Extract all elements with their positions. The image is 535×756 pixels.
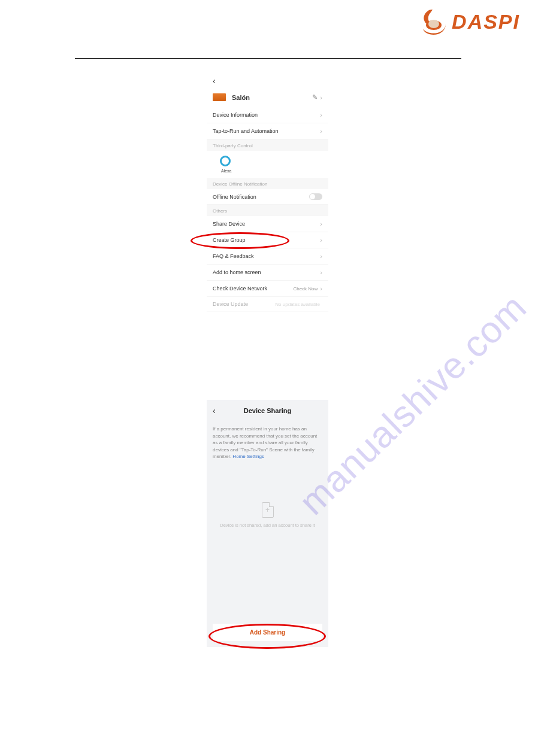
brand-logo: DASPI [418,7,520,36]
chevron-right-icon: › [320,94,322,101]
alexa-icon [220,156,231,166]
label-share-device: Share Device [213,221,320,227]
label-device-update: Device Update [213,301,275,307]
chevron-right-icon: › [320,269,322,276]
label-check-network: Check Device Network [213,286,293,292]
label-create-group: Create Group [213,237,320,243]
label-device-information: Device Information [213,112,320,118]
chevron-right-icon: › [320,253,322,260]
chevron-right-icon: › [320,127,322,135]
no-updates-hint: No updates available [275,302,320,307]
sharing-note-text: If a permanent resident in your home has… [213,426,317,459]
others-header: Others [207,205,328,216]
brand-name: DASPI [452,10,520,34]
row-check-network[interactable]: Check Device Network Check Now › [207,281,328,297]
device-sharing-title: Device Sharing [244,407,291,414]
chevron-right-icon: › [320,220,322,227]
empty-state-text: Device is not shared, add an account to … [207,523,328,528]
svg-point-1 [428,20,439,28]
third-party-control-header: Third-party Control [207,139,328,151]
sharing-topbar: ‹ Device Sharing [207,400,328,421]
check-now-hint: Check Now [293,286,318,292]
header-divider [75,58,461,59]
row-device-update[interactable]: Device Update No updates available [207,297,328,312]
chevron-right-icon: › [320,236,322,244]
topbar: ‹ [207,72,328,90]
chevron-right-icon: › [320,285,322,292]
back-arrow-icon[interactable]: ‹ [213,406,216,415]
row-add-home[interactable]: Add to home screen › [207,265,328,281]
device-thumbnail-icon [213,93,226,101]
offline-notification-toggle[interactable] [309,193,322,200]
row-offline-notification: Offline Notification [207,189,328,205]
label-tap-automation: Tap-to-Run and Automation [213,128,320,134]
label-add-home: Add to home screen [213,269,320,275]
row-share-device[interactable]: Share Device › [207,216,328,232]
settings-screenshot: ‹ Salón ✎ › Device Information › Tap-to-… [207,72,328,314]
label-faq-feedback: FAQ & Feedback [213,253,320,259]
back-arrow-icon[interactable]: ‹ [213,76,216,86]
device-sharing-screenshot: ‹ Device Sharing If a permanent resident… [207,400,328,647]
edit-icon[interactable]: ✎ [312,93,318,101]
row-create-group[interactable]: Create Group › [207,232,328,248]
chevron-right-icon: › [320,111,322,119]
file-plus-icon: + [262,502,274,518]
logo-swirl-icon [418,7,447,36]
offline-notification-header: Device Offline Notification [207,178,328,189]
label-offline-notification: Offline Notification [213,194,309,200]
row-tap-automation[interactable]: Tap-to-Run and Automation › [207,123,328,139]
empty-state: + Device is not shared, add an account t… [207,502,328,528]
device-name-label: Salón [232,94,312,101]
add-sharing-button[interactable]: Add Sharing [213,624,322,641]
row-faq-feedback[interactable]: FAQ & Feedback › [207,248,328,265]
home-settings-link[interactable]: Home Settings [232,454,264,459]
device-header-row[interactable]: Salón ✎ › [207,90,328,107]
row-device-information[interactable]: Device Information › [207,107,328,123]
alexa-tile[interactable]: Alexa [207,151,328,178]
alexa-label: Alexa [221,169,321,173]
sharing-note-block: If a permanent resident in your home has… [207,421,328,466]
